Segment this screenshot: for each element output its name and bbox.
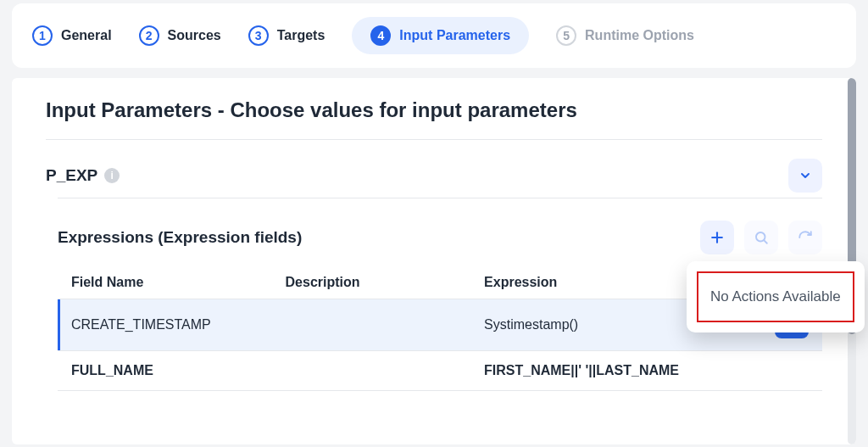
- info-icon[interactable]: i: [104, 168, 120, 183]
- step-number-icon: 3: [248, 25, 269, 46]
- step-number-icon: 1: [32, 25, 53, 46]
- cell-field-name: CREATE_TIMESTAMP: [58, 299, 272, 351]
- svg-line-3: [764, 240, 766, 243]
- plus-icon: [709, 229, 726, 246]
- expressions-section-header: Expressions (Expression fields): [46, 198, 822, 266]
- step-general[interactable]: 1 General: [32, 25, 112, 46]
- step-number-icon: 2: [139, 25, 159, 46]
- refresh-expression-button[interactable]: [788, 221, 822, 254]
- step-label: Runtime Options: [585, 28, 694, 43]
- step-label: Input Parameters: [399, 28, 510, 43]
- wizard-nav: 1 General 2 Sources 3 Targets 4 Input Pa…: [12, 3, 856, 68]
- step-number-icon: 5: [556, 25, 576, 46]
- popover-message: No Actions Available: [697, 271, 854, 322]
- search-expression-button[interactable]: [744, 221, 778, 254]
- cell-description: [272, 351, 471, 391]
- step-label: Targets: [277, 28, 326, 43]
- cell-description: [272, 299, 471, 351]
- step-sources[interactable]: 2 Sources: [139, 25, 221, 46]
- step-input-parameters[interactable]: 4 Input Parameters: [352, 17, 529, 54]
- parameter-name: P_EXP i: [46, 166, 120, 185]
- collapse-toggle-button[interactable]: [788, 159, 822, 193]
- add-expression-button[interactable]: [700, 221, 734, 254]
- cell-expression: FIRST_NAME||' '||LAST_NAME: [470, 351, 761, 391]
- cell-field-name[interactable]: FULL_NAME: [58, 351, 272, 391]
- chevron-down-icon: [798, 169, 812, 182]
- expressions-section-title: Expressions (Expression fields): [58, 228, 302, 247]
- page-title: Input Parameters - Choose values for inp…: [46, 98, 822, 122]
- step-number-icon: 4: [370, 25, 391, 46]
- table-row[interactable]: FULL_NAME FIRST_NAME||' '||LAST_NAME: [58, 351, 822, 391]
- parameter-header-row: P_EXP i: [46, 140, 822, 198]
- col-description: Description: [272, 266, 471, 299]
- step-label: General: [61, 28, 112, 43]
- refresh-icon: [798, 230, 813, 245]
- cell-actions: [761, 351, 822, 391]
- col-field-name: Field Name: [58, 266, 272, 299]
- expressions-action-bar: [700, 221, 822, 254]
- parameter-name-text: P_EXP: [46, 166, 97, 185]
- search-icon: [754, 230, 769, 245]
- actions-popover: No Actions Available: [687, 261, 865, 332]
- step-targets[interactable]: 3 Targets: [248, 25, 326, 46]
- step-label: Sources: [168, 28, 221, 43]
- step-runtime-options[interactable]: 5 Runtime Options: [556, 25, 694, 46]
